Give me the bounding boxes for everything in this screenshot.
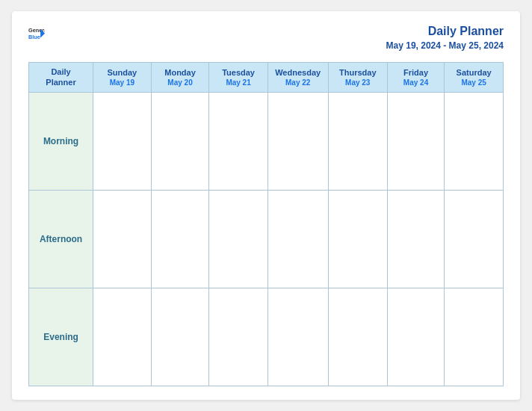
morning-saturday[interactable] — [445, 92, 504, 190]
afternoon-label: Afternoon — [29, 190, 93, 288]
afternoon-row: Afternoon — [29, 190, 504, 288]
svg-text:Blue: Blue — [28, 34, 40, 40]
morning-sunday[interactable] — [93, 92, 152, 190]
morning-wednesday[interactable] — [267, 92, 328, 190]
calendar-table: DailyPlanner Sunday May 19 Monday May 20… — [28, 62, 504, 386]
header-col-7: Saturday May 25 — [445, 63, 504, 93]
morning-row: Morning — [29, 92, 504, 190]
evening-row: Evening — [29, 288, 504, 386]
header-col-5: Thursday May 23 — [328, 63, 387, 93]
header-col-3: Tuesday May 21 — [209, 63, 267, 93]
afternoon-wednesday[interactable] — [267, 190, 328, 288]
afternoon-friday[interactable] — [387, 190, 444, 288]
morning-tuesday[interactable] — [209, 92, 267, 190]
afternoon-saturday[interactable] — [445, 190, 504, 288]
morning-thursday[interactable] — [328, 92, 387, 190]
general-blue-logo-icon: General Blue — [28, 25, 45, 41]
header-col-0: DailyPlanner — [29, 63, 93, 93]
logo-area: General Blue — [28, 25, 45, 41]
header-row: DailyPlanner Sunday May 19 Monday May 20… — [29, 63, 504, 93]
evening-wednesday[interactable] — [267, 288, 328, 386]
evening-sunday[interactable] — [93, 288, 152, 386]
evening-saturday[interactable] — [445, 288, 504, 386]
morning-monday[interactable] — [151, 92, 209, 190]
evening-friday[interactable] — [387, 288, 444, 386]
afternoon-tuesday[interactable] — [209, 190, 267, 288]
afternoon-thursday[interactable] — [328, 190, 387, 288]
evening-label: Evening — [29, 288, 93, 386]
header-col-6: Friday May 24 — [387, 63, 444, 93]
afternoon-sunday[interactable] — [93, 190, 152, 288]
top-header: General Blue Daily Planner May 19, 2024 … — [28, 25, 504, 52]
header-col-2: Monday May 20 — [151, 63, 209, 93]
evening-monday[interactable] — [151, 288, 209, 386]
header-col-4: Wednesday May 22 — [267, 63, 328, 93]
planner-page: General Blue Daily Planner May 19, 2024 … — [12, 11, 520, 400]
morning-friday[interactable] — [387, 92, 444, 190]
evening-tuesday[interactable] — [209, 288, 267, 386]
header-col-1: Sunday May 19 — [93, 63, 152, 93]
date-range: May 19, 2024 - May 25, 2024 — [386, 40, 504, 51]
evening-thursday[interactable] — [328, 288, 387, 386]
morning-label: Morning — [29, 92, 93, 190]
afternoon-monday[interactable] — [151, 190, 209, 288]
title-area: Daily Planner May 19, 2024 - May 25, 202… — [386, 25, 504, 52]
planner-title: Daily Planner — [428, 25, 504, 37]
